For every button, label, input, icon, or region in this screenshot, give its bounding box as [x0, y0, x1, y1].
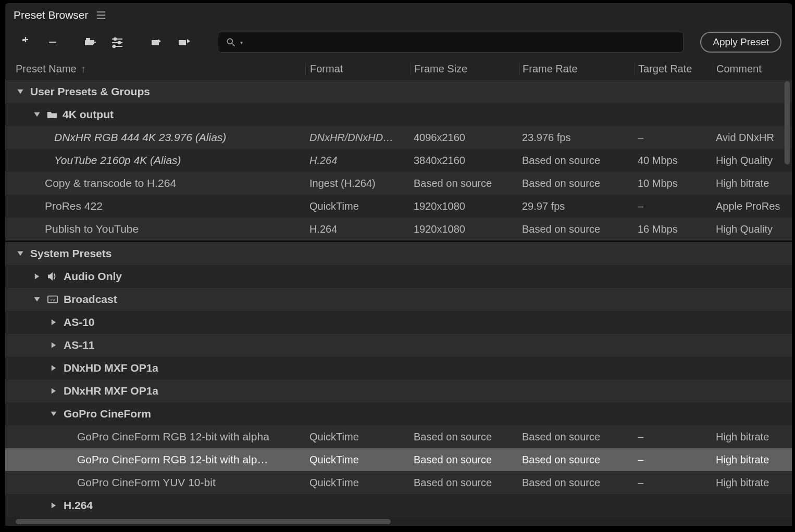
preset-name: DNxHR RGB 444 4K 23.976 (Alias)	[54, 131, 226, 144]
horizontal-scrollbar-thumb[interactable]	[16, 519, 391, 524]
preset-comment: High Quality	[713, 155, 792, 167]
preset-row[interactable]: GoPro CineForm YUV 10-bit QuickTime Base…	[5, 471, 792, 494]
preset-frame-size: Based on source	[411, 454, 519, 466]
svg-text:TV: TV	[50, 298, 56, 302]
horizontal-scrollbar[interactable]	[5, 517, 792, 526]
header-target-rate[interactable]: Target Rate	[635, 63, 713, 75]
category-label: Broadcast	[64, 293, 117, 306]
svg-marker-28	[52, 365, 56, 371]
header-comment[interactable]: Comment	[713, 63, 792, 75]
preset-frame-rate: Based on source	[519, 223, 635, 235]
preset-frame-size: Based on source	[411, 477, 519, 489]
group-system-presets[interactable]: System Presets	[5, 242, 792, 265]
preset-row[interactable]: DNxHR RGB 444 4K 23.976 (Alias) DNxHR/DN…	[5, 126, 792, 149]
preset-frame-rate: 29.97 fps	[519, 200, 635, 212]
preset-frame-rate: Based on source	[519, 178, 635, 189]
svg-marker-30	[51, 412, 56, 416]
preset-row[interactable]: YouTube 2160p 4K (Alias) H.264 3840x2160…	[5, 149, 792, 172]
subcategory-label: AS-11	[64, 339, 95, 351]
preset-row[interactable]: GoPro CineForm RGB 12-bit with alpha Qui…	[5, 425, 792, 448]
preset-target-rate: 16 Mbps	[635, 223, 713, 235]
chevron-right-icon[interactable]	[49, 364, 58, 372]
search-input[interactable]	[247, 36, 676, 48]
preset-frame-size: 1920x1080	[411, 200, 519, 212]
preset-comment: High bitrate	[713, 477, 792, 489]
subcategory-as11[interactable]: AS-11	[5, 334, 792, 357]
svg-marker-23	[34, 297, 40, 301]
preset-name: YouTube 2160p 4K (Alias)	[54, 154, 181, 167]
apply-preset-button[interactable]: Apply Preset	[700, 32, 781, 53]
header-preset-name[interactable]: Preset Name ↑	[16, 63, 305, 75]
preset-row[interactable]: ProRes 422 QuickTime 1920x1080 29.97 fps…	[5, 195, 792, 218]
svg-line-18	[232, 44, 235, 46]
preset-frame-rate: Based on source	[519, 155, 635, 167]
svg-point-11	[118, 42, 120, 44]
search-field[interactable]: ▾	[218, 32, 684, 53]
export-preset-icon[interactable]	[175, 34, 193, 50]
folder-label: 4K output	[63, 108, 114, 121]
chevron-down-icon[interactable]	[32, 111, 42, 118]
add-preset-icon[interactable]	[20, 34, 38, 50]
preset-frame-size: 4096x2160	[411, 132, 519, 144]
settings-sliders-icon[interactable]	[108, 34, 126, 50]
category-label: Audio Only	[64, 270, 122, 283]
subcategory-dnxhd[interactable]: DNxHD MXF OP1a	[5, 357, 792, 379]
chevron-right-icon[interactable]	[49, 319, 58, 326]
preset-frame-size: Based on source	[411, 431, 519, 443]
preset-frame-rate: Based on source	[519, 431, 635, 443]
import-preset-icon[interactable]	[148, 34, 166, 50]
svg-marker-29	[52, 388, 56, 394]
preset-tree[interactable]: User Presets & Groups 4K output DNxHR RG…	[5, 80, 792, 517]
preset-comment: High bitrate	[713, 178, 792, 189]
group-user-presets[interactable]: User Presets & Groups	[5, 80, 792, 103]
subcategory-label: H.264	[64, 499, 93, 512]
preset-format: H.264	[305, 223, 411, 235]
preset-format: QuickTime	[305, 200, 411, 212]
chevron-right-icon[interactable]	[49, 341, 58, 349]
preset-row[interactable]: Publish to YouTube H.264 1920x1080 Based…	[5, 218, 792, 240]
subcategory-label: DNxHD MXF OP1a	[64, 362, 158, 374]
preset-comment: High Quality	[713, 223, 792, 235]
preset-name: GoPro CineForm YUV 10-bit	[77, 476, 216, 489]
subcategory-as10[interactable]: AS-10	[5, 311, 792, 334]
sort-ascending-icon: ↑	[81, 63, 86, 75]
folder-icon	[47, 110, 57, 119]
chevron-right-icon[interactable]	[49, 387, 58, 395]
svg-rect-5	[86, 38, 90, 40]
preset-comment: High bitrate	[713, 431, 792, 443]
preset-target-rate: –	[635, 200, 713, 212]
group-label: User Presets & Groups	[30, 85, 150, 98]
category-audio-only[interactable]: Audio Only	[5, 265, 792, 288]
vertical-scrollbar[interactable]	[784, 80, 791, 517]
preset-row-selected[interactable]: GoPro CineForm RGB 12-bit with alp… Quic…	[5, 448, 792, 471]
remove-preset-icon[interactable]	[47, 34, 59, 50]
chevron-right-icon[interactable]	[32, 273, 42, 280]
chevron-right-icon[interactable]	[49, 502, 58, 509]
header-frame-size[interactable]: Frame Size	[411, 63, 519, 75]
chevron-down-icon[interactable]	[16, 88, 25, 95]
search-dropdown-icon[interactable]: ▾	[240, 40, 243, 45]
vertical-scrollbar-thumb[interactable]	[785, 81, 790, 164]
svg-marker-26	[52, 319, 56, 325]
preset-format: H.264	[305, 155, 411, 167]
preset-name: GoPro CineForm RGB 12-bit with alpha	[77, 430, 269, 443]
header-format[interactable]: Format	[305, 63, 411, 75]
subcategory-gopro[interactable]: GoPro CineForm	[5, 402, 792, 425]
chevron-down-icon[interactable]	[32, 296, 42, 303]
column-headers: Preset Name ↑ Format Frame Size Frame Ra…	[5, 57, 792, 80]
preset-row[interactable]: Copy & transcode to H.264 Ingest (H.264)…	[5, 172, 792, 195]
category-broadcast[interactable]: TV Broadcast	[5, 288, 792, 311]
header-frame-rate[interactable]: Frame Rate	[519, 63, 635, 75]
preset-target-rate: –	[635, 477, 713, 489]
chevron-down-icon[interactable]	[49, 410, 58, 417]
panel-menu-icon[interactable]	[97, 11, 105, 19]
new-group-icon[interactable]	[81, 34, 99, 50]
preset-comment: Avid DNxHR	[713, 132, 792, 144]
preset-target-rate: –	[635, 431, 713, 443]
preset-target-rate: –	[635, 454, 713, 466]
subcategory-dnxhr[interactable]: DNxHR MXF OP1a	[5, 379, 792, 402]
svg-marker-15	[158, 39, 161, 43]
folder-4k-output[interactable]: 4K output	[5, 103, 792, 126]
subcategory-h264[interactable]: H.264	[5, 494, 792, 517]
chevron-down-icon[interactable]	[16, 250, 25, 257]
